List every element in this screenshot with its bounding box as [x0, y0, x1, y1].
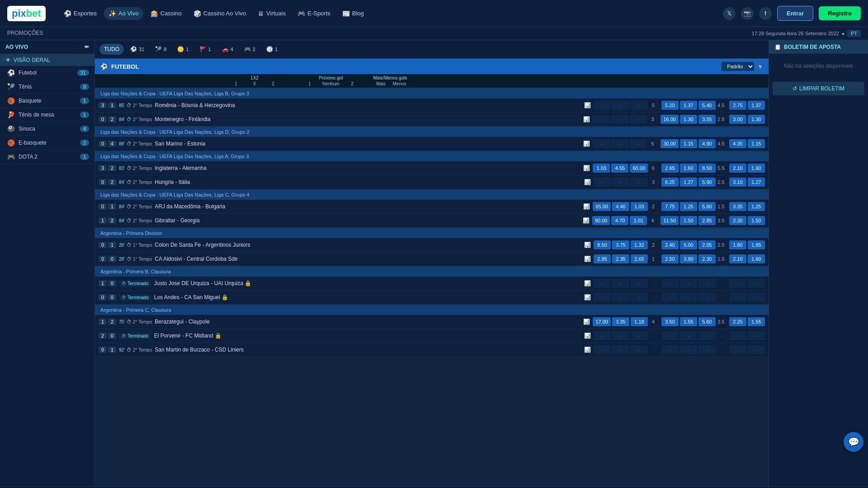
proximo-nenhum[interactable]: - — [680, 345, 697, 354]
mais-btn[interactable]: 2.75 — [729, 101, 746, 110]
proximo-2[interactable]: 5.60 — [698, 202, 716, 211]
proximo-1[interactable]: - — [661, 345, 679, 354]
filter-esports[interactable]: 🎮2 — [240, 44, 260, 55]
match-name[interactable]: Hungria - Itália — [155, 179, 582, 185]
stats-icon[interactable]: 📊 — [583, 141, 590, 147]
menos-btn[interactable]: 1.37 — [748, 101, 765, 110]
filter-other[interactable]: 🏐1 — [262, 44, 282, 55]
sidebar-item-tenis[interactable]: 🎾 Tênis 8 — [0, 80, 94, 94]
proximo-2[interactable]: 8.50 — [698, 164, 716, 173]
mais-btn[interactable]: - — [729, 331, 746, 340]
menos-btn[interactable]: 1.55 — [748, 317, 765, 326]
mais-btn[interactable]: 2.10 — [729, 164, 746, 173]
sidebar-item-tenis-mesa[interactable]: 🏓 Tênis de mesa 1 — [0, 108, 94, 122]
mais-btn[interactable]: 4.35 — [729, 139, 746, 148]
sidebar-item-basquete[interactable]: 🏀 Basquete 1 — [0, 94, 94, 108]
stats-icon[interactable]: 📊 — [583, 319, 590, 325]
match-name[interactable]: Montenegro - Finlândia — [155, 116, 581, 122]
proximo-1[interactable]: - — [661, 293, 679, 302]
stats-icon[interactable]: 📊 — [583, 217, 590, 224]
mais-btn[interactable]: 2.10 — [729, 254, 746, 263]
nav-cassino[interactable]: 🎰Cassino — [146, 7, 186, 20]
proximo-2[interactable]: - — [698, 279, 716, 288]
proximo-nenhum[interactable]: - — [680, 279, 697, 288]
odd-2[interactable]: - — [631, 331, 648, 340]
odd-x[interactable]: - — [612, 101, 629, 110]
mais-btn[interactable]: 3.10 — [729, 178, 746, 187]
proximo-2[interactable]: 5.90 — [698, 178, 716, 187]
odd-1[interactable]: 2.95 — [594, 254, 611, 263]
nav-cassino-ao-vivo[interactable]: 🎲Cassino Ao Vivo — [189, 7, 250, 20]
stats-icon[interactable]: 📊 — [584, 347, 591, 353]
proximo-2[interactable]: 5.40 — [698, 101, 716, 110]
sidebar-item-e-basquete[interactable]: 🏀 E-basquete 2 — [0, 136, 94, 150]
proximo-2[interactable]: 4.90 — [698, 139, 716, 148]
match-name[interactable]: El Porvenir - FC Midland 🔒 — [154, 333, 582, 339]
proximo-nenhum[interactable]: - — [680, 293, 697, 302]
odd-1[interactable]: - — [594, 178, 611, 187]
odd-1[interactable]: - — [594, 345, 611, 354]
proximo-2[interactable]: - — [698, 345, 716, 354]
proximo-nenhum[interactable]: 3.80 — [680, 254, 697, 263]
odd-2[interactable]: - — [631, 101, 648, 110]
lang-button[interactable]: PT — [847, 30, 861, 37]
stats-icon[interactable]: 📊 — [584, 294, 591, 300]
proximo-1[interactable]: 2.65 — [661, 164, 679, 173]
proximo-nenhum[interactable]: 1.50 — [680, 216, 697, 225]
odd-x[interactable]: - — [611, 115, 628, 124]
odd-2[interactable]: 2.65 — [631, 254, 648, 263]
odd-2[interactable]: - — [631, 345, 648, 354]
filter-tenis[interactable]: 🎾8 — [151, 44, 171, 55]
proximo-1[interactable]: 2.40 — [661, 240, 679, 249]
menos-btn[interactable]: 1.50 — [748, 216, 765, 225]
filter-car[interactable]: 🚗4 — [217, 44, 238, 55]
odd-2[interactable]: - — [630, 115, 647, 124]
odd-2[interactable]: - — [630, 139, 647, 148]
match-name[interactable]: Romênia - Bósnia & Herzegovina — [155, 102, 582, 108]
sidebar-item-futebol[interactable]: ⚽ Futebol 31 — [0, 66, 94, 80]
odd-2[interactable]: - — [631, 293, 648, 302]
stats-icon[interactable]: 📊 — [584, 102, 591, 108]
mais-btn[interactable]: - — [729, 345, 746, 354]
sidebar-edit-icon[interactable]: ✏ — [85, 44, 89, 50]
match-name[interactable]: Justo Jose DE Urquiza - UAI Urquiza 🔒 — [154, 280, 582, 286]
menos-btn[interactable]: 1.15 — [748, 139, 765, 148]
section-close-icon[interactable]: ▼ — [757, 63, 763, 70]
menos-btn[interactable]: - — [748, 279, 765, 288]
menos-btn[interactable]: 1.60 — [748, 164, 765, 173]
stats-icon[interactable]: 📊 — [583, 165, 590, 171]
stats-icon[interactable]: 📊 — [583, 116, 590, 122]
limpar-boletim-button[interactable]: ↺ LIMPAR BOLETIM — [773, 82, 864, 95]
proximo-2[interactable]: 2.05 — [698, 240, 716, 249]
odd-x[interactable]: 2.35 — [612, 254, 629, 263]
proximo-2[interactable]: 2.85 — [698, 216, 716, 225]
odd-1[interactable]: 65.00 — [593, 202, 611, 211]
odd-1[interactable]: 90.00 — [592, 216, 610, 225]
proximo-1[interactable]: 6.25 — [661, 178, 679, 187]
odd-1[interactable]: 17.00 — [593, 317, 611, 326]
filter-tudo[interactable]: TUDO — [99, 44, 124, 55]
filter-flag[interactable]: 🚩1 — [195, 44, 216, 55]
match-name[interactable]: Colon De Santa Fe - Argentinos Juniors — [155, 242, 582, 248]
odd-x[interactable]: - — [611, 139, 628, 148]
logo[interactable]: pixbet — [7, 6, 46, 21]
stats-icon[interactable]: 📊 — [584, 280, 591, 286]
twitter-icon[interactable]: 𝕏 — [723, 7, 736, 20]
proximo-1[interactable]: 30.00 — [660, 139, 679, 148]
sidebar-visao-geral[interactable]: 👁 VISÃO GERAL — [0, 54, 94, 66]
odd-1[interactable]: - — [593, 139, 610, 148]
proximo-nenhum[interactable]: 1.30 — [680, 115, 697, 124]
proximo-1[interactable]: 3.50 — [661, 317, 679, 326]
menos-btn[interactable]: 1.60 — [748, 254, 765, 263]
nav-ao-vivo[interactable]: ✨Ao Vivo — [104, 7, 143, 20]
odd-2[interactable]: 60.00 — [630, 164, 648, 173]
proximo-2[interactable]: 3.55 — [698, 115, 716, 124]
mais-btn[interactable]: 3.35 — [729, 202, 746, 211]
proximo-1[interactable]: 16.00 — [660, 115, 679, 124]
proximo-nenhum[interactable]: 1.15 — [680, 139, 697, 148]
stats-icon[interactable]: 📊 — [584, 333, 591, 339]
sidebar-item-sinuca[interactable]: 🎱 Sinuca 4 — [0, 122, 94, 136]
odd-1[interactable]: - — [593, 115, 610, 124]
mais-btn[interactable]: - — [729, 293, 746, 302]
odd-1[interactable]: - — [594, 331, 611, 340]
